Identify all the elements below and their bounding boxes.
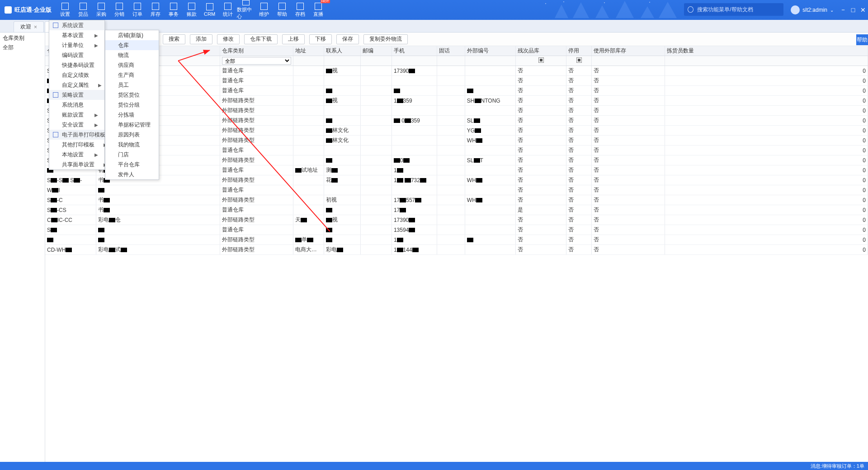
ribbon-item-7[interactable]: 账款	[183, 0, 201, 20]
submenu-item[interactable]: 仓库	[105, 40, 159, 50]
window-minimize-button[interactable]: －	[838, 0, 848, 20]
table-row[interactable]: 初普通仓库试地址测1否否否0	[45, 165, 868, 175]
column-header-defect[interactable]: 残次品库	[516, 46, 566, 56]
ribbon-item-6[interactable]: 事务	[165, 0, 183, 20]
column-header-zip[interactable]: 邮编	[361, 46, 392, 56]
basic-settings-submenu: 店铺(新版)仓库物流供应商生产商员工货区货位货位分组分拣墙单据标记管理原因列表我…	[105, 30, 159, 180]
menu-item[interactable]: 账款设置▶	[49, 110, 104, 120]
submenu-item[interactable]: 平台仓库	[105, 160, 159, 169]
submenu-item[interactable]: 生产商	[105, 70, 159, 80]
tab-0[interactable]: 欢迎×	[14, 21, 44, 32]
ribbon-item-2[interactable]: 采购	[92, 0, 110, 20]
indeterminate-checkbox[interactable]	[576, 57, 582, 63]
table-row[interactable]: CD-WH彩电式外部链路类型电商大道彩电1144否否否0	[45, 245, 868, 255]
ribbon-item-10[interactable]: 数据中心	[237, 0, 255, 20]
user-menu[interactable]: slt2:admin ⌄	[786, 0, 838, 20]
global-search-input[interactable]	[696, 6, 780, 13]
submenu-item[interactable]: 店铺(新版)	[105, 30, 159, 40]
toolbar-button-3[interactable]: 仓库下载	[244, 34, 278, 44]
table-row[interactable]: 外部链路类型单1否否否0	[45, 235, 868, 245]
table-row[interactable]: S DYGPC书外部链路类型林文化YG否否否0	[45, 126, 868, 136]
table-row[interactable]: S-C书外部链路类型初视17557WH否否否0	[45, 195, 868, 205]
table-row[interactable]: S-S S-书外部链路类型花1 732WH否否否0	[45, 175, 868, 185]
table-row[interactable]: S SZC书外部链路类型 0359SL否否否0	[45, 116, 868, 126]
ribbon-item-13[interactable]: 存档	[291, 0, 309, 20]
column-header-disabled[interactable]: 停用	[566, 46, 592, 56]
submenu-item[interactable]: 原因列表	[105, 130, 159, 140]
menu-item[interactable]: 基本设置▶	[49, 30, 104, 40]
table-row[interactable]: S DYGPC深外部链路类型林文化WH否否否0	[45, 136, 868, 146]
ribbon-item-11[interactable]: 维护	[255, 0, 273, 20]
svg-marker-1	[573, 2, 589, 18]
table-row[interactable]: 书普通仓库否否否0	[45, 76, 868, 86]
svg-point-9	[649, 2, 650, 3]
window-close-button[interactable]: ✕	[858, 0, 868, 20]
submenu-item[interactable]: 单据标记管理	[105, 120, 159, 130]
column-header-useext[interactable]: 使用外部库存	[592, 46, 665, 56]
ribbon-item-3[interactable]: 分销	[110, 0, 128, 20]
ribbon-item-8[interactable]: CRM	[201, 0, 219, 20]
window-maximize-button[interactable]: □	[848, 0, 858, 20]
column-header-contact[interactable]: 联系人	[324, 46, 361, 56]
table-row[interactable]: 上普通仓库否否否0	[45, 86, 868, 96]
menu-item[interactable]: 本地设置▶	[49, 150, 104, 160]
menu-item[interactable]: 计量单位▶	[49, 40, 104, 50]
submenu-item[interactable]: 货区货位	[105, 90, 159, 100]
table-row[interactable]: S-CS书普通仓库17是否否0	[45, 205, 868, 215]
toolbar-button-4[interactable]: 上移	[282, 34, 305, 44]
submenu-item[interactable]: 供应商	[105, 60, 159, 70]
column-header-mobile[interactable]: 手机	[392, 46, 437, 56]
toolbar-button-1[interactable]: 添加	[190, 34, 212, 44]
menu-item[interactable]: 快捷条码设置	[49, 60, 104, 70]
filter-type-select[interactable]: 全部	[222, 57, 291, 65]
column-header-pickers[interactable]: 拣货员数量	[665, 46, 868, 56]
submenu-item[interactable]: 员工	[105, 80, 159, 90]
table-row[interactable]: S普通仓库13594否否否0	[45, 225, 868, 235]
ribbon-item-14[interactable]: 直播	[309, 0, 327, 20]
help-side-tab[interactable]: 帮助	[856, 34, 868, 45]
warehouse-grid: 仓库编号仓库名称仓库类别地址联系人邮编手机固话外部编号残次品库停用使用外部库存拣…	[45, 46, 868, 255]
menu-item[interactable]: 安全设置▶	[49, 120, 104, 130]
column-header-ext[interactable]: 外部编号	[465, 46, 515, 56]
menu-item[interactable]: 自定义属性▶	[49, 80, 104, 90]
column-header-tel[interactable]: 固话	[437, 46, 465, 56]
global-search[interactable]	[684, 3, 783, 16]
indeterminate-checkbox[interactable]	[538, 57, 544, 63]
submenu-item[interactable]: 货位分组	[105, 100, 159, 110]
side-panel-value[interactable]: 全部	[3, 44, 42, 52]
svg-point-7	[563, 1, 564, 2]
toolbar-button-5[interactable]: 下移	[309, 34, 332, 44]
status-bar: 消息:增待审核订单：1单	[0, 462, 868, 470]
submenu-item[interactable]: 分拣墙	[105, 110, 159, 120]
table-row[interactable]: SNCS书外部链路类型否否否0	[45, 106, 868, 116]
submenu-item[interactable]: 发件人	[105, 169, 159, 179]
column-header-addr[interactable]: 地址	[293, 46, 324, 56]
ribbon-item-9[interactable]: 统计	[219, 0, 237, 20]
menu-item[interactable]: 系统消息	[49, 100, 104, 110]
table-row[interactable]: WI普通仓库否否否0	[45, 185, 868, 195]
toolbar-button-0[interactable]: 搜索	[163, 34, 185, 44]
table-row[interactable]: S--韩外部链路类型0SLT否否否0	[45, 155, 868, 165]
table-row[interactable]: S S书普通仓库视17390否否否0	[45, 66, 868, 76]
menu-item[interactable]: 共享面单设置▶	[49, 160, 104, 169]
submenu-item[interactable]: 我的物流	[105, 140, 159, 150]
table-row[interactable]: Sn普通仓库否否否0	[45, 146, 868, 155]
toolbar-button-2[interactable]: 修改	[217, 34, 240, 44]
table-row[interactable]: 书外部链路类型视1359SHNTONG否否否0	[45, 96, 868, 106]
ribbon-icon	[188, 3, 195, 10]
submenu-item[interactable]: 门店	[105, 150, 159, 160]
toolbar-button-7[interactable]: 复制委外物流	[363, 34, 408, 44]
menu-item[interactable]: 自定义绩效	[49, 70, 104, 80]
ribbon-item-1[interactable]: 货品	[74, 0, 92, 20]
ribbon-item-0[interactable]: 设置	[56, 0, 74, 20]
submenu-item[interactable]: 物流	[105, 50, 159, 60]
ribbon-item-12[interactable]: 帮助	[273, 0, 291, 20]
ribbon-item-5[interactable]: 库存	[146, 0, 165, 20]
toolbar-button-6[interactable]: 保存	[336, 34, 359, 44]
menu-item[interactable]: 其他打印模板▶	[49, 140, 104, 150]
close-icon[interactable]: ×	[34, 24, 37, 30]
column-header-type[interactable]: 仓库类别	[220, 46, 293, 56]
table-row[interactable]: CIC-CC彩电仓外部链路类型天视17390否否否0	[45, 215, 868, 225]
ribbon-item-4[interactable]: 订单	[128, 0, 146, 20]
menu-item[interactable]: 编码设置	[49, 50, 104, 60]
